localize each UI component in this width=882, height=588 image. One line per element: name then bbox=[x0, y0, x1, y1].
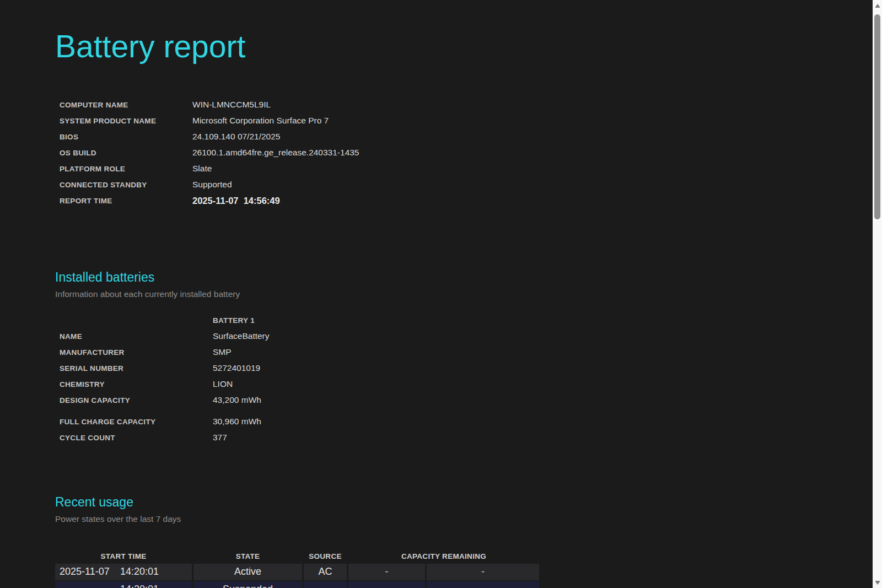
battery-column-header: BATTERY 1 bbox=[213, 312, 882, 328]
report-time-value: 2025-11-07 14:56:49 bbox=[192, 193, 882, 209]
info-value: Supported bbox=[192, 177, 882, 193]
usage-cell-start-time: 14:20:01 bbox=[55, 581, 192, 588]
battery-value: 30,960 mWh bbox=[213, 414, 882, 430]
section-heading-installed-batteries: Installed batteries bbox=[55, 269, 882, 286]
info-label: PLATFORM ROLE bbox=[55, 161, 192, 177]
column-header-capacity-remaining: CAPACITY REMAINING bbox=[348, 546, 539, 563]
vertical-scrollbar[interactable] bbox=[873, 0, 882, 588]
usage-time: 14:20:01 bbox=[120, 566, 159, 578]
info-label: SYSTEM PRODUCT NAME bbox=[55, 113, 192, 129]
battery-label: FULL CHARGE CAPACITY bbox=[55, 414, 213, 430]
section-subtitle: Information about each currently install… bbox=[55, 289, 882, 300]
info-value: Slate bbox=[192, 161, 882, 177]
usage-cell-state: Suspended bbox=[193, 581, 302, 588]
battery-value: 43,200 mWh bbox=[213, 392, 882, 408]
info-label: OS BUILD bbox=[55, 145, 192, 161]
battery-details-table: BATTERY 1 NAME SurfaceBattery MANUFACTUR… bbox=[55, 312, 882, 446]
info-value: WIN-LMNCCM5L9IL bbox=[192, 97, 882, 113]
usage-cell-capacity-percent: - bbox=[348, 564, 425, 580]
scroll-up-arrow-icon[interactable] bbox=[873, 1, 882, 10]
info-label: CONNECTED STANDBY bbox=[55, 177, 192, 193]
battery-label: CHEMISTRY bbox=[55, 376, 213, 392]
usage-cell-capacity-percent: - bbox=[348, 581, 425, 588]
usage-cell-source bbox=[304, 581, 347, 588]
info-value: 24.109.140 07/21/2025 bbox=[192, 129, 882, 145]
usage-cell-state: Active bbox=[193, 564, 302, 580]
installed-batteries-section: Installed batteries Information about ea… bbox=[55, 269, 882, 446]
scroll-down-arrow-icon[interactable] bbox=[873, 578, 882, 587]
battery-label: CYCLE COUNT bbox=[55, 430, 213, 446]
battery-value: LION bbox=[213, 376, 882, 392]
usage-date: 2025-11-07 bbox=[60, 566, 120, 578]
usage-cell-capacity-mwh: - bbox=[427, 581, 539, 588]
section-subtitle: Power states over the last 7 days bbox=[55, 514, 882, 525]
battery-label: SERIAL NUMBER bbox=[55, 360, 213, 376]
battery-value: SurfaceBattery bbox=[213, 328, 882, 344]
usage-cell-start-time: 2025-11-07 14:20:01 bbox=[55, 564, 192, 580]
scrollbar-thumb[interactable] bbox=[874, 14, 880, 219]
recent-usage-section: Recent usage Power states over the last … bbox=[55, 494, 882, 588]
usage-cell-source: AC bbox=[304, 564, 347, 580]
column-header-start-time: START TIME bbox=[55, 546, 192, 563]
info-label: BIOS bbox=[55, 129, 192, 145]
battery-report-page: Battery report COMPUTER NAME WIN-LMNCCM5… bbox=[0, 29, 882, 588]
battery-value: 377 bbox=[213, 430, 882, 446]
page-title: Battery report bbox=[55, 29, 882, 65]
usage-cell-capacity-mwh: - bbox=[427, 564, 539, 580]
column-header-state: STATE bbox=[193, 546, 302, 563]
system-info-table: COMPUTER NAME WIN-LMNCCM5L9IL SYSTEM PRO… bbox=[55, 97, 882, 209]
info-value: 26100.1.amd64fre.ge_release.240331-1435 bbox=[192, 145, 882, 161]
info-label: REPORT TIME bbox=[55, 193, 192, 209]
battery-value: 5272401019 bbox=[213, 360, 882, 376]
battery-label: DESIGN CAPACITY bbox=[55, 392, 213, 408]
battery-label: MANUFACTURER bbox=[55, 344, 213, 360]
info-label: COMPUTER NAME bbox=[55, 97, 192, 113]
battery-label: NAME bbox=[55, 328, 213, 344]
section-heading-recent-usage: Recent usage bbox=[55, 494, 882, 511]
usage-time: 14:20:01 bbox=[120, 584, 159, 588]
info-value: Microsoft Corporation Surface Pro 7 bbox=[192, 113, 882, 129]
battery-value: SMP bbox=[213, 344, 882, 360]
recent-usage-table: START TIME STATE SOURCE CAPACITY REMAINI… bbox=[55, 546, 539, 588]
column-header-source: SOURCE bbox=[304, 546, 347, 563]
